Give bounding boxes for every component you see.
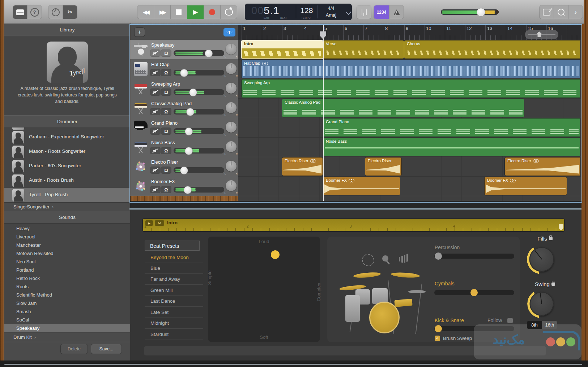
monitor-button[interactable]: Ω [161, 50, 171, 56]
mute-button[interactable] [150, 69, 160, 76]
preset-item[interactable]: Last Dance [145, 296, 203, 307]
track-header-hat-clap[interactable]: Hat Clap Ω LR [130, 59, 238, 79]
region-boomer-fx-2[interactable]: Boomer FX [485, 177, 567, 195]
drummer-item-parker[interactable]: Parker - 60's Songwriter [4, 159, 130, 173]
count-in-button[interactable]: 1234 [374, 5, 389, 19]
splash-cymbal[interactable] [391, 272, 420, 279]
mute-button[interactable] [150, 50, 160, 56]
handclap-icon[interactable] [398, 253, 409, 263]
preset-item[interactable]: Midnight [145, 318, 203, 329]
timeline-zoom-slider[interactable] [525, 30, 558, 39]
monitor-button[interactable]: Ω [161, 186, 171, 193]
kick-snare-knob[interactable] [435, 325, 442, 332]
region-intro[interactable]: Intro [242, 40, 323, 59]
kick-drum[interactable] [369, 302, 400, 333]
drum-kit-row[interactable]: Drum Kit › [4, 333, 130, 342]
pan-knob[interactable]: LR [226, 180, 237, 191]
drummer-item-tyrell-selected[interactable]: Tyrell - Pop Brush [4, 188, 130, 202]
pan-knob[interactable]: LR [226, 161, 237, 172]
note-pad-button[interactable] [540, 5, 554, 19]
volume-knob[interactable] [180, 167, 188, 174]
mute-button[interactable] [150, 89, 160, 95]
preset-item-selected[interactable]: Beyond the Moon [145, 252, 203, 263]
quick-help-button[interactable]: ? [27, 5, 42, 19]
drummer-item-austin[interactable]: Austin - Roots Brush [4, 173, 130, 188]
preset-item[interactable]: Late Set [145, 307, 203, 318]
ride-cymbal[interactable] [353, 272, 381, 279]
percussion-knob[interactable] [435, 252, 442, 260]
pan-knob[interactable]: LR [226, 83, 237, 94]
track-header-speakeasy[interactable]: Speakeasy Ω LR [130, 40, 238, 60]
cycle-button[interactable] [221, 5, 237, 19]
pan-knob[interactable]: LR [226, 102, 237, 113]
volume-slider[interactable] [174, 148, 224, 154]
volume-knob[interactable] [186, 108, 194, 116]
hi-hat[interactable] [408, 290, 426, 293]
monitor-button[interactable]: Ω [161, 128, 171, 134]
forward-button[interactable]: ▶▶ [154, 5, 171, 19]
metronome-button[interactable] [389, 5, 404, 19]
volume-knob[interactable] [185, 128, 193, 135]
editor-region-bar[interactable]: ▶ ⋈ Intro 1 2 3 4 [143, 219, 564, 231]
rate-16th-button[interactable]: 16th [542, 321, 557, 329]
monitor-button[interactable]: Ω [161, 147, 171, 154]
region-boomer-fx-1[interactable]: Boomer FX [323, 177, 400, 195]
sound-item[interactable]: Liverpool [4, 233, 130, 241]
drummer-item-mason[interactable]: Mason - Roots Songwriter [4, 144, 130, 159]
playhead[interactable] [323, 25, 324, 201]
region-electro-riser-3[interactable]: Electro Riser [505, 157, 580, 176]
loop-browser-button[interactable] [554, 5, 568, 19]
cymbals-slider[interactable] [434, 290, 514, 295]
pan-knob[interactable]: LR [226, 141, 237, 152]
library-toggle-button[interactable] [13, 5, 27, 19]
volume-slider[interactable] [174, 89, 224, 95]
monitor-button[interactable]: Ω [161, 69, 171, 76]
add-track-button[interactable]: + [135, 28, 145, 36]
sound-item[interactable]: Retro Rock [4, 274, 130, 282]
sound-item[interactable]: Motown Revisited [4, 249, 130, 258]
region-electro-riser-1[interactable]: Electro Riser [282, 157, 323, 176]
sound-item[interactable]: Heavy [4, 224, 130, 233]
track-header-sweeping-arp[interactable]: Sweeping Arp Ω LR [130, 79, 238, 99]
editor-button[interactable]: ✂ [63, 5, 77, 19]
play-button[interactable]: ▶ [187, 5, 204, 19]
tambourine-icon[interactable] [362, 254, 374, 266]
volume-slider[interactable] [174, 187, 224, 193]
region-verse[interactable]: Verse [323, 40, 404, 59]
fills-knob[interactable] [529, 247, 554, 272]
editor-divider[interactable] [130, 201, 581, 208]
mute-button[interactable] [150, 108, 160, 115]
track-header-electro-riser[interactable]: Electro Riser Ω LR [130, 157, 238, 177]
media-browser-button[interactable]: ♪ [568, 5, 583, 19]
region-electro-riser-2[interactable]: Electro Riser [365, 157, 401, 176]
editor-play-button[interactable]: ▶ [145, 220, 153, 226]
volume-knob[interactable] [205, 49, 213, 57]
volume-slider[interactable] [174, 70, 224, 75]
save-button[interactable]: Save... [91, 344, 122, 354]
stop-button[interactable] [171, 5, 187, 19]
lcd-display-mode-button[interactable] [345, 4, 352, 20]
monitor-button[interactable]: Ω [161, 108, 171, 115]
volume-knob[interactable] [180, 69, 188, 77]
volume-slider[interactable] [174, 167, 224, 173]
region-grand-piano[interactable]: Grand Piano [323, 118, 580, 137]
volume-slider[interactable] [174, 128, 224, 134]
sound-item[interactable]: SoCal [4, 316, 130, 324]
volume-knob[interactable] [185, 147, 193, 155]
rate-8th-button[interactable]: 8th [527, 321, 542, 329]
mute-button[interactable] [150, 167, 160, 173]
monitor-button[interactable]: Ω [161, 89, 171, 95]
record-button[interactable] [204, 5, 221, 19]
volume-slider[interactable] [174, 109, 224, 115]
volume-knob[interactable] [189, 88, 197, 96]
complexity-xy-pad[interactable]: Loud Soft Simple Complex [208, 237, 320, 342]
lcd-display[interactable]: 005.1 BAR BEAT 128 TEMPO 4/4 Amaj [245, 4, 352, 20]
singer-songwriter-row[interactable]: SingerSongwriter › [4, 202, 130, 212]
sound-item[interactable]: Smash [4, 307, 130, 316]
sound-item[interactable]: Portland [4, 266, 130, 274]
sound-item[interactable]: Neo Soul [4, 258, 130, 266]
mute-button[interactable] [150, 147, 160, 154]
rewind-button[interactable]: ◀◀ [137, 5, 154, 19]
track-header-classic-analog-pad[interactable]: Classic Analog Pad Ω LR [130, 98, 238, 118]
preset-item[interactable]: Far and Away [145, 274, 203, 285]
